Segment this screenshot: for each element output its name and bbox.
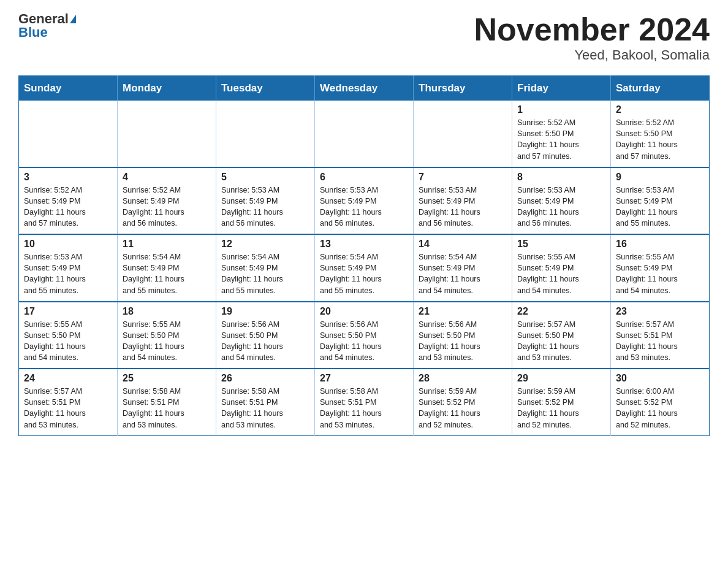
calendar-cell: 7Sunrise: 5:53 AM Sunset: 5:49 PM Daylig…	[414, 167, 512, 235]
day-info: Sunrise: 5:57 AM Sunset: 5:51 PM Dayligh…	[616, 319, 704, 364]
weekday-header-tuesday: Tuesday	[216, 76, 315, 101]
day-info: Sunrise: 5:59 AM Sunset: 5:52 PM Dayligh…	[419, 386, 507, 431]
title-section: November 2024 Yeed, Bakool, Somalia	[474, 12, 710, 63]
day-info: Sunrise: 5:54 AM Sunset: 5:49 PM Dayligh…	[221, 251, 309, 296]
day-number: 6	[320, 172, 408, 183]
day-number: 1	[517, 104, 605, 115]
calendar-cell: 19Sunrise: 5:56 AM Sunset: 5:50 PM Dayli…	[216, 302, 315, 369]
day-info: Sunrise: 5:53 AM Sunset: 5:49 PM Dayligh…	[221, 185, 309, 229]
day-info: Sunrise: 5:53 AM Sunset: 5:49 PM Dayligh…	[616, 185, 704, 229]
week-row-5: 24Sunrise: 5:57 AM Sunset: 5:51 PM Dayli…	[19, 369, 710, 435]
day-number: 27	[320, 373, 408, 384]
day-info: Sunrise: 5:53 AM Sunset: 5:49 PM Dayligh…	[517, 185, 605, 229]
calendar-cell	[315, 101, 414, 167]
day-info: Sunrise: 5:54 AM Sunset: 5:49 PM Dayligh…	[419, 251, 507, 296]
weekday-header-monday: Monday	[118, 76, 216, 101]
day-number: 13	[320, 239, 408, 250]
day-info: Sunrise: 5:55 AM Sunset: 5:49 PM Dayligh…	[517, 251, 605, 296]
day-info: Sunrise: 5:53 AM Sunset: 5:49 PM Dayligh…	[419, 185, 507, 229]
calendar-cell: 5Sunrise: 5:53 AM Sunset: 5:49 PM Daylig…	[216, 167, 315, 235]
calendar-cell: 1Sunrise: 5:52 AM Sunset: 5:50 PM Daylig…	[512, 101, 611, 167]
day-number: 15	[517, 239, 605, 250]
day-number: 19	[221, 306, 309, 317]
calendar-cell: 14Sunrise: 5:54 AM Sunset: 5:49 PM Dayli…	[414, 234, 512, 302]
day-number: 30	[616, 373, 704, 384]
day-number: 4	[123, 172, 211, 183]
week-row-1: 1Sunrise: 5:52 AM Sunset: 5:50 PM Daylig…	[19, 101, 710, 167]
day-number: 16	[616, 239, 704, 250]
day-info: Sunrise: 5:58 AM Sunset: 5:51 PM Dayligh…	[320, 386, 408, 431]
logo: General Blue	[18, 12, 76, 39]
day-info: Sunrise: 5:55 AM Sunset: 5:49 PM Dayligh…	[616, 251, 704, 296]
day-info: Sunrise: 5:58 AM Sunset: 5:51 PM Dayligh…	[221, 386, 309, 431]
calendar-cell: 13Sunrise: 5:54 AM Sunset: 5:49 PM Dayli…	[315, 234, 414, 302]
calendar-table: SundayMondayTuesdayWednesdayThursdayFrid…	[18, 75, 710, 436]
day-info: Sunrise: 5:56 AM Sunset: 5:50 PM Dayligh…	[320, 319, 408, 364]
day-number: 25	[123, 373, 211, 384]
calendar-cell: 24Sunrise: 5:57 AM Sunset: 5:51 PM Dayli…	[19, 369, 118, 435]
logo-triangle-icon	[70, 15, 76, 23]
weekday-header-friday: Friday	[512, 76, 611, 101]
day-number: 9	[616, 172, 704, 183]
week-row-4: 17Sunrise: 5:55 AM Sunset: 5:50 PM Dayli…	[19, 302, 710, 369]
calendar-cell: 25Sunrise: 5:58 AM Sunset: 5:51 PM Dayli…	[118, 369, 216, 435]
day-info: Sunrise: 5:59 AM Sunset: 5:52 PM Dayligh…	[517, 386, 605, 431]
day-number: 28	[419, 373, 507, 384]
logo-general-text: General	[18, 12, 69, 26]
weekday-header-row: SundayMondayTuesdayWednesdayThursdayFrid…	[19, 76, 710, 101]
day-info: Sunrise: 5:52 AM Sunset: 5:50 PM Dayligh…	[517, 117, 605, 162]
calendar-cell: 22Sunrise: 5:57 AM Sunset: 5:50 PM Dayli…	[512, 302, 611, 369]
calendar-cell: 18Sunrise: 5:55 AM Sunset: 5:50 PM Dayli…	[118, 302, 216, 369]
day-number: 5	[221, 172, 309, 183]
day-number: 12	[221, 239, 309, 250]
calendar-cell: 3Sunrise: 5:52 AM Sunset: 5:49 PM Daylig…	[19, 167, 118, 235]
location-label: Yeed, Bakool, Somalia	[474, 47, 710, 63]
day-number: 29	[517, 373, 605, 384]
calendar-cell	[19, 101, 118, 167]
day-number: 10	[24, 239, 112, 250]
calendar-cell: 28Sunrise: 5:59 AM Sunset: 5:52 PM Dayli…	[414, 369, 512, 435]
calendar-cell: 12Sunrise: 5:54 AM Sunset: 5:49 PM Dayli…	[216, 234, 315, 302]
calendar-cell: 21Sunrise: 5:56 AM Sunset: 5:50 PM Dayli…	[414, 302, 512, 369]
day-number: 2	[616, 104, 704, 115]
calendar-cell: 16Sunrise: 5:55 AM Sunset: 5:49 PM Dayli…	[611, 234, 710, 302]
calendar-cell: 17Sunrise: 5:55 AM Sunset: 5:50 PM Dayli…	[19, 302, 118, 369]
day-number: 14	[419, 239, 507, 250]
calendar-cell: 9Sunrise: 5:53 AM Sunset: 5:49 PM Daylig…	[611, 167, 710, 235]
calendar-cell: 8Sunrise: 5:53 AM Sunset: 5:49 PM Daylig…	[512, 167, 611, 235]
day-info: Sunrise: 5:54 AM Sunset: 5:49 PM Dayligh…	[123, 251, 211, 296]
calendar-cell: 27Sunrise: 5:58 AM Sunset: 5:51 PM Dayli…	[315, 369, 414, 435]
logo-blue-text: Blue	[18, 26, 48, 39]
calendar-cell	[118, 101, 216, 167]
calendar-cell: 4Sunrise: 5:52 AM Sunset: 5:49 PM Daylig…	[118, 167, 216, 235]
day-info: Sunrise: 5:58 AM Sunset: 5:51 PM Dayligh…	[123, 386, 211, 431]
calendar-cell: 20Sunrise: 5:56 AM Sunset: 5:50 PM Dayli…	[315, 302, 414, 369]
day-info: Sunrise: 5:54 AM Sunset: 5:49 PM Dayligh…	[320, 251, 408, 296]
day-number: 22	[517, 306, 605, 317]
weekday-header-thursday: Thursday	[414, 76, 512, 101]
day-number: 26	[221, 373, 309, 384]
day-info: Sunrise: 6:00 AM Sunset: 5:52 PM Dayligh…	[616, 386, 704, 431]
day-number: 21	[419, 306, 507, 317]
calendar-cell	[414, 101, 512, 167]
calendar-cell	[216, 101, 315, 167]
calendar-cell: 6Sunrise: 5:53 AM Sunset: 5:49 PM Daylig…	[315, 167, 414, 235]
day-info: Sunrise: 5:52 AM Sunset: 5:50 PM Dayligh…	[616, 117, 704, 162]
weekday-header-sunday: Sunday	[19, 76, 118, 101]
day-number: 18	[123, 306, 211, 317]
weekday-header-wednesday: Wednesday	[315, 76, 414, 101]
calendar-cell: 10Sunrise: 5:53 AM Sunset: 5:49 PM Dayli…	[19, 234, 118, 302]
day-info: Sunrise: 5:53 AM Sunset: 5:49 PM Dayligh…	[24, 251, 112, 296]
day-info: Sunrise: 5:56 AM Sunset: 5:50 PM Dayligh…	[221, 319, 309, 364]
day-info: Sunrise: 5:53 AM Sunset: 5:49 PM Dayligh…	[320, 185, 408, 229]
calendar-cell: 26Sunrise: 5:58 AM Sunset: 5:51 PM Dayli…	[216, 369, 315, 435]
month-title: November 2024	[474, 12, 710, 47]
day-number: 3	[24, 172, 112, 183]
day-info: Sunrise: 5:52 AM Sunset: 5:49 PM Dayligh…	[123, 185, 211, 229]
calendar-cell: 11Sunrise: 5:54 AM Sunset: 5:49 PM Dayli…	[118, 234, 216, 302]
calendar-cell: 2Sunrise: 5:52 AM Sunset: 5:50 PM Daylig…	[611, 101, 710, 167]
calendar-cell: 15Sunrise: 5:55 AM Sunset: 5:49 PM Dayli…	[512, 234, 611, 302]
day-info: Sunrise: 5:57 AM Sunset: 5:51 PM Dayligh…	[24, 386, 112, 431]
week-row-3: 10Sunrise: 5:53 AM Sunset: 5:49 PM Dayli…	[19, 234, 710, 302]
day-info: Sunrise: 5:52 AM Sunset: 5:49 PM Dayligh…	[24, 185, 112, 229]
